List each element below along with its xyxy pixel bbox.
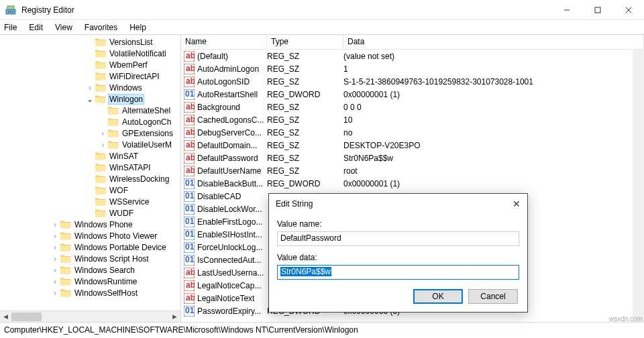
folder-icon — [95, 49, 106, 58]
expand-icon[interactable]: › — [51, 243, 59, 251]
list-v-scrollbar[interactable] — [633, 50, 644, 322]
expand-icon[interactable]: › — [51, 232, 59, 240]
tree-item[interactable]: ›Windows Script Host — [0, 253, 180, 264]
column-name[interactable]: Name — [181, 35, 267, 49]
list-row[interactable]: DefaultPasswordREG_SZStr0N6Pa$$w — [181, 152, 644, 164]
tree-item[interactable]: WUDF — [0, 207, 180, 219]
tree-item[interactable]: WiFiDirectAPI — [0, 70, 180, 82]
folder-icon — [95, 152, 106, 161]
list-row[interactable]: DebugServerCo...REG_SZno — [181, 126, 644, 139]
value-type: REG_SZ — [267, 128, 343, 137]
expand-icon[interactable]: › — [99, 129, 107, 137]
tree-item[interactable]: ›Windows Photo Viewer — [0, 230, 180, 241]
folder-icon — [95, 209, 106, 218]
tree-spacer — [86, 72, 94, 80]
value-data: 0x00000001 (1) — [343, 179, 644, 188]
list-row[interactable]: (Default)REG_SZ(value not set) — [181, 50, 644, 62]
expand-icon[interactable]: › — [99, 141, 107, 149]
folder-icon — [108, 106, 119, 115]
svg-point-2 — [8, 11, 9, 12]
value-name: LegalNoticeText — [197, 294, 267, 303]
expand-icon[interactable]: › — [51, 255, 59, 263]
menu-view[interactable]: View — [55, 23, 72, 32]
folder-icon — [108, 140, 119, 150]
tree-item[interactable]: ›Windows Portable Device — [0, 241, 180, 253]
close-button[interactable] — [613, 0, 644, 20]
ok-button[interactable]: OK — [413, 289, 463, 304]
menu-file[interactable]: File — [4, 23, 17, 32]
expand-icon[interactable]: › — [51, 289, 59, 297]
dialog-close-button[interactable]: ✕ — [500, 199, 521, 209]
folder-icon — [95, 60, 106, 70]
tree-item-label: Winlogon — [108, 94, 144, 105]
tree-item[interactable]: WinSATAPI — [0, 162, 180, 173]
expand-icon[interactable]: › — [51, 266, 59, 274]
tree-item[interactable]: ›VolatileUserM — [0, 139, 180, 150]
expand-icon[interactable]: › — [86, 84, 94, 92]
expand-icon[interactable]: › — [51, 221, 59, 229]
tree-item[interactable]: ›WindowsSelfHost — [0, 287, 180, 298]
minimize-button[interactable] — [551, 0, 582, 20]
menu-edit[interactable]: Edit — [29, 23, 43, 32]
value-type: REG_SZ — [267, 52, 343, 61]
tree-item-label: Windows Search — [73, 266, 136, 275]
folder-icon — [95, 72, 106, 81]
tree-item[interactable]: ›WindowsRuntime — [0, 276, 180, 287]
expand-icon[interactable]: › — [51, 278, 59, 286]
tree-h-scrollbar[interactable]: ◀ ▶ — [0, 311, 180, 322]
scroll-left-icon[interactable]: ◀ — [0, 311, 11, 323]
list-row[interactable]: DefaultUserNameREG_SZroot — [181, 164, 644, 177]
tree-item-label: VolatileNotificati — [108, 49, 168, 58]
tree-item[interactable]: ›Windows — [0, 82, 180, 93]
tree-item[interactable]: ›Windows Phone — [0, 219, 180, 230]
menu-favorites[interactable]: Favorites — [85, 23, 117, 32]
tree-item[interactable]: WSService — [0, 196, 180, 207]
value-name: IsConnectedAut... — [197, 256, 267, 265]
list-row[interactable]: AutoAdminLogonREG_SZ1 — [181, 62, 644, 75]
string-value-icon — [184, 102, 195, 113]
list-row[interactable]: DisableBackButt...REG_DWORD0x00000001 (1… — [181, 177, 644, 190]
list-row[interactable]: AutoRestartShellREG_DWORD0x00000001 (1) — [181, 88, 644, 101]
value-type: REG_SZ — [267, 77, 343, 87]
maximize-button[interactable] — [582, 0, 613, 20]
string-value-icon — [184, 51, 195, 62]
value-name-field[interactable]: DefaultPassword — [277, 231, 519, 246]
menu-help[interactable]: Help — [129, 23, 146, 32]
tree-item[interactable]: ›GPExtensions — [0, 127, 180, 139]
list-row[interactable]: DefaultDomain...REG_SZDESKTOP-V20E3PO — [181, 139, 644, 152]
dword-value-icon — [184, 242, 195, 253]
collapse-icon[interactable]: ⌄ — [86, 95, 94, 103]
string-value-icon — [184, 153, 195, 164]
tree-item[interactable]: WirelessDocking — [0, 173, 180, 184]
list-row[interactable]: CachedLogonsC...REG_SZ10 — [181, 113, 644, 126]
tree-spacer — [86, 164, 94, 172]
tree-item[interactable]: AlternateShel — [0, 105, 180, 116]
scroll-thumb[interactable] — [11, 313, 42, 321]
column-type[interactable]: Type — [267, 35, 343, 49]
folder-icon — [95, 197, 106, 207]
tree-item-label: VersionsList — [108, 38, 154, 47]
tree-item-label: WiFiDirectAPI — [108, 72, 161, 81]
tree-item-label: Windows — [108, 83, 144, 93]
cancel-button[interactable]: Cancel — [468, 289, 518, 304]
tree-item-label: Windows Portable Device — [73, 243, 168, 252]
status-path: Computer\HKEY_LOCAL_MACHINE\SOFTWARE\Mic… — [4, 325, 358, 335]
value-data-field[interactable]: Str0N6Pa$$w — [277, 265, 519, 280]
tree-item[interactable]: VolatileNotificati — [0, 48, 180, 59]
value-data: S-1-5-21-3860949763-1019259832-301073028… — [343, 77, 644, 87]
tree-item[interactable]: ⌄Winlogon — [0, 93, 180, 105]
tree-item[interactable]: ›Windows Search — [0, 264, 180, 276]
list-row[interactable]: BackgroundREG_SZ0 0 0 — [181, 101, 644, 113]
tree-item-label: WindowsRuntime — [73, 277, 138, 286]
value-name: DisableLockWor... — [197, 205, 267, 214]
scroll-right-icon[interactable]: ▶ — [169, 311, 180, 323]
tree-item[interactable]: WOF — [0, 184, 180, 196]
tree-item[interactable]: WbemPerf — [0, 59, 180, 70]
tree-item[interactable]: WinSAT — [0, 150, 180, 162]
tree-item[interactable]: VersionsList — [0, 36, 180, 48]
list-row[interactable]: AutoLogonSIDREG_SZS-1-5-21-3860949763-10… — [181, 75, 644, 88]
tree-item[interactable]: AutoLogonCh — [0, 116, 180, 127]
column-data[interactable]: Data — [343, 35, 644, 49]
value-type: REG_SZ — [267, 141, 343, 150]
value-name: CachedLogonsC... — [197, 115, 267, 125]
